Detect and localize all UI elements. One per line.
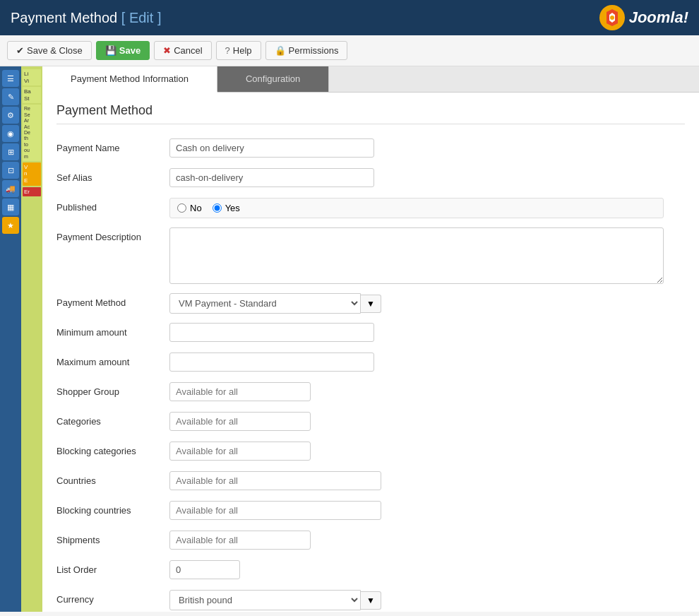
tooltip-item-1[interactable]: LiVi [23, 69, 41, 85]
countries-input[interactable] [169, 471, 381, 490]
tooltip-item-4[interactable]: VnE [23, 162, 41, 186]
save-close-label: Save & Close [27, 45, 83, 56]
categories-input[interactable] [169, 412, 311, 431]
maximum-amount-control [169, 353, 664, 372]
list-order-control [169, 560, 664, 579]
joomla-logo: Joomla! [599, 5, 688, 30]
sidebar-icon-menu[interactable]: ☰ [2, 70, 19, 87]
radio-no[interactable] [177, 203, 186, 213]
payment-name-input[interactable] [169, 138, 374, 158]
cancel-label: Cancel [174, 45, 202, 56]
payment-description-textarea[interactable] [169, 227, 664, 284]
help-button[interactable]: ? Help [216, 41, 261, 60]
sidebar-icon-edit[interactable]: ✎ [2, 88, 19, 105]
save-close-button[interactable]: ✔ Save & Close [7, 41, 92, 60]
save-button[interactable]: 💾 Save [96, 41, 150, 60]
sidebar-icon-truck[interactable]: 🚚 [2, 180, 19, 197]
shipments-input[interactable] [169, 531, 311, 550]
currency-select-wrapper: British pound ▼ [169, 590, 381, 610]
permissions-button[interactable]: 🔒 Permissions [265, 41, 348, 60]
tooltip-item-2[interactable]: BaSt [23, 87, 41, 103]
currency-dropdown-btn[interactable]: ▼ [361, 591, 381, 610]
maximum-amount-label: Maximum amount [56, 353, 169, 367]
sef-alias-control [169, 168, 664, 187]
payment-description-control [169, 227, 664, 286]
tabs: Payment Method Information Configuration [42, 66, 699, 93]
shopper-group-label: Shopper Group [56, 382, 169, 397]
help-label: Help [233, 45, 252, 56]
shopper-group-row: Shopper Group [56, 382, 685, 405]
tab-config-label: Configuration [246, 73, 300, 84]
content-area: Payment Method Information Configuration… [42, 66, 699, 612]
payment-method-control: VM Payment - Standard ▼ [169, 293, 664, 314]
maximum-amount-input[interactable] [169, 353, 374, 372]
sidebar-icon-settings[interactable]: ⚙ [2, 107, 19, 124]
tooltip-panel: LiVi BaSt ReSeArAcDethtooum VnE Er [21, 66, 42, 612]
joomla-text: Joomla! [629, 8, 688, 27]
payment-method-label: Payment Method [56, 293, 169, 308]
lock-icon: 🔒 [275, 45, 286, 56]
blocking-countries-label: Blocking countries [56, 501, 169, 516]
sef-alias-input[interactable] [169, 168, 374, 187]
currency-select[interactable]: British pound [169, 590, 361, 610]
tooltip-item-3[interactable]: ReSeArAcDethtooum [23, 105, 41, 161]
published-radio-group: No Yes [169, 198, 664, 218]
list-order-input[interactable] [169, 560, 240, 579]
shopper-group-input[interactable] [169, 382, 311, 401]
categories-control [169, 412, 664, 431]
payment-method-select-wrapper: VM Payment - Standard ▼ [169, 293, 381, 314]
blocking-countries-input[interactable] [169, 501, 381, 520]
tab-info-label: Payment Method Information [71, 73, 189, 84]
sidebar-icon-box[interactable]: ⊡ [2, 162, 19, 179]
payment-method-select[interactable]: VM Payment - Standard [169, 293, 361, 314]
tab-configuration[interactable]: Configuration [217, 66, 329, 92]
minimum-amount-input[interactable] [169, 323, 374, 342]
help-icon: ? [225, 45, 230, 56]
categories-label: Categories [56, 412, 169, 427]
cancel-icon: ✖ [163, 45, 171, 56]
sidebar-icon-circle[interactable]: ◉ [2, 125, 19, 142]
published-control: No Yes [169, 198, 664, 218]
currency-row: Currency British pound ▼ [56, 590, 685, 612]
list-order-row: List Order [56, 560, 685, 583]
countries-row: Countries [56, 471, 685, 494]
form-area: Payment Method Payment Name Sef Alias Pu… [42, 93, 699, 612]
shipments-control [169, 531, 664, 550]
radio-yes-label: Yes [225, 203, 240, 213]
sef-alias-label: Sef Alias [56, 168, 169, 183]
payment-name-label: Payment Name [56, 138, 169, 153]
currency-control: British pound ▼ [169, 590, 664, 610]
sidebar-icon-grid[interactable]: ⊞ [2, 143, 19, 160]
shipments-row: Shipments [56, 531, 685, 553]
title-text: Payment Method [11, 10, 117, 25]
svg-point-1 [610, 16, 614, 20]
sidebar-icon-table[interactable]: ▦ [2, 199, 19, 215]
toolbar: ✔ Save & Close 💾 Save ✖ Cancel ? Help 🔒 … [0, 35, 699, 66]
maximum-amount-row: Maximum amount [56, 353, 685, 375]
sidebar: ☰ ✎ ⚙ ◉ ⊞ ⊡ 🚚 ▦ ★ [0, 66, 21, 612]
payment-description-row: Payment Description [56, 227, 685, 286]
cancel-button[interactable]: ✖ Cancel [154, 41, 211, 60]
tooltip-item-5[interactable]: Er [23, 187, 41, 197]
floppy-icon: 💾 [105, 45, 116, 56]
joomla-icon [599, 5, 625, 30]
header: Payment Method [ Edit ] Joomla! [0, 0, 699, 35]
blocking-categories-input[interactable] [169, 442, 311, 461]
payment-method-dropdown-btn[interactable]: ▼ [361, 295, 381, 313]
published-row: Published No Yes [56, 198, 685, 220]
categories-row: Categories [56, 412, 685, 434]
checkmark-icon: ✔ [16, 45, 24, 56]
tab-payment-info[interactable]: Payment Method Information [42, 66, 217, 93]
page-title: Payment Method [ Edit ] [11, 10, 161, 26]
radio-no-label: No [190, 203, 202, 213]
list-order-label: List Order [56, 560, 169, 575]
sef-alias-row: Sef Alias [56, 168, 685, 191]
minimum-amount-control [169, 323, 664, 342]
radio-yes[interactable] [213, 203, 222, 213]
blocking-categories-control [169, 442, 664, 461]
radio-yes-option: Yes [213, 203, 240, 213]
sidebar-icon-star[interactable]: ★ [2, 217, 19, 234]
countries-control [169, 471, 664, 490]
section-title: Payment Method [56, 103, 685, 124]
save-label: Save [119, 45, 141, 56]
